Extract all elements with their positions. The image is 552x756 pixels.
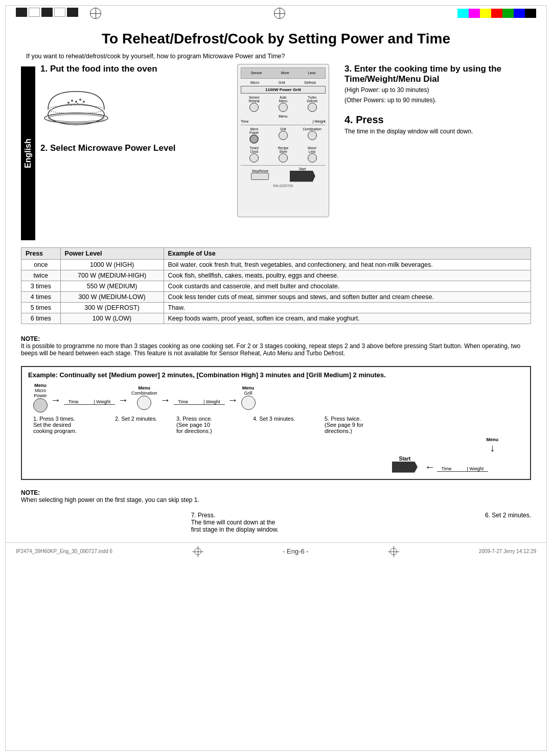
table-cell-example: Cook less tender cuts of meat, simmer so… [164,291,531,302]
language-sidebar: English [21,66,35,240]
panel-circle-recipe[interactable] [279,153,288,163]
flow-start-group: Start [392,456,418,473]
panel-divider1 [241,125,326,125]
panel-main-buttons: MicroPower Grill Combination [241,127,326,144]
panel-divider2 [241,165,326,166]
flow-micro-power-label: MicroPower [34,388,47,398]
footer-left: IP2474_39H60KP_Eng_30_090727.indd 6 [16,548,112,554]
flow-micro-power: Menu MicroPower [33,383,48,413]
flow-weight-label1: | Weight [94,399,110,404]
table-cell-press: 4 times [21,291,61,302]
panel-grill-mode: Grill [279,81,285,84]
flow-grill-label: Grill [244,391,252,396]
flow-time-label3: Time [442,466,452,471]
flow-start-row: Start ← Time | Weight [33,456,519,473]
flow-arrow-3: → [160,394,171,406]
svg-point-6 [75,101,77,103]
table-cell-press: twice [21,270,61,281]
press7-label: 7. Press. [191,512,361,519]
panel-top-buttons: SensorReheat AutoMenu TurboDefrost [241,96,326,112]
table-row: twice700 W (MEDIUM-HIGH)Cook fish, shell… [21,270,531,281]
flow-grill-circle[interactable] [241,396,256,410]
color-registration-bars [457,9,536,18]
step3-note1: (High Power: up to 30 minutes) [344,86,531,94]
panel-circle-sensor[interactable] [249,103,259,112]
step4-note: The time in the display window will coun… [344,128,531,135]
table-header-example: Example of Use [164,247,531,259]
step-desc-5: 5. Press twice.(See page 9 fordirections… [325,416,519,434]
flow-start-btn[interactable] [392,462,418,473]
page-subtitle: If you want to reheat/defrost/cook by yo… [6,53,546,64]
panel-circle-timer[interactable] [249,153,259,163]
panel-circle-more[interactable] [308,153,317,163]
svg-point-11 [82,103,83,105]
step6-group: 6. Set 2 minutes. [361,512,531,533]
flow-menu-label3: Menu [242,385,255,391]
press7-section: 7. Press. The time will count down at th… [6,508,546,537]
flow-timewt-2: Time | Weight [174,399,225,405]
flow-arrow-2: → [118,394,128,406]
flow-micro-circle[interactable] [33,398,48,413]
note1-label: NOTE: [21,335,531,342]
start-btn[interactable] [290,171,315,182]
panel-recipe-store: RecipeStore [270,146,297,163]
step-desc-1: 1. Press 3 times.Set the desiredcooking … [33,416,115,434]
power-table-body: once1000 W (HIGH)Boil water, cook fresh … [21,259,531,324]
panel-circle-turbo[interactable] [308,103,317,112]
reg-box-white [29,8,40,17]
panel-less-label: Less [308,71,316,75]
panel-circle-auto[interactable] [279,103,288,112]
reg-box-black2 [41,8,53,17]
stop-reset-btn[interactable] [251,173,269,180]
flow-combination-circle[interactable] [137,396,151,410]
press7-text: The time will count down at thefirst sta… [191,519,361,533]
table-row: 5 times300 W (DEFROST)Thaw. [21,302,531,313]
registration-marks-top [6,6,546,21]
flow-down-arrow-group: Menu ↓ [487,437,499,454]
color-bar-green [502,9,514,18]
flow-tw-bar3 [437,471,488,472]
table-cell-power: 1000 W (HIGH) [60,259,164,270]
press7-group: 7. Press. The time will count down at th… [191,512,361,533]
footer-crosshair2 [388,546,399,557]
panel-more-less: More/Less [298,146,326,163]
flow-left-arrow: ← [425,461,435,473]
step3-note2: (Other Powers: up to 90 minutes). [344,97,531,104]
panel-time-weight-row: Time | Weight [241,120,326,123]
flow-weight-label3: | Weight [467,466,484,471]
panel-dial-micro[interactable] [249,134,259,144]
reg-left [16,8,101,19]
flow-time-label2: Time [178,399,188,404]
panel-box: Sensor More Less Micro Grill Defrost 110… [237,64,329,217]
panel-display: Sensor More Less [241,67,326,79]
table-cell-example: Cook custards and casserole, and melt bu… [164,281,531,291]
panel-btn-turbo-defrost: TurboDefrost [298,96,326,112]
panel-circle-grill[interactable] [279,131,288,140]
stop-reset-group: Stop/Reset [251,169,269,180]
note1-section: NOTE: It is possible to programme no mor… [6,331,546,361]
flow-menu-label4: Menu [487,437,499,442]
step1-area: 1. Put the food into the oven [40,64,227,156]
color-bar-blue [514,9,525,18]
start-group: Start [290,167,315,182]
panel-weight-bar: | Weight [313,120,326,123]
panel-circle-combination[interactable] [308,131,317,140]
panel-defrost-mode: Defrost [304,81,316,84]
footer-crosshair [192,546,203,557]
content-area: English 1. Put the food into the oven [6,64,546,240]
panel-grill-btn: Grill [270,127,297,144]
step-desc-3-text: 3. Press once.(See page 10for directions… [176,416,212,434]
panel-sensor-label: Sensor [251,71,262,75]
model-id: NN-GD579S [241,184,326,188]
panel-more-label: More [281,71,289,75]
table-cell-press: once [21,259,61,270]
footer-right: 2009-7-27 Jerry 14:12:29 [479,548,536,554]
svg-point-7 [79,99,81,101]
page-footer: IP2474_39H60KP_Eng_30_090727.indd 6 - En… [6,542,546,560]
flow-down-arrow: ↓ [490,442,495,454]
flow-combination: Menu Combination [131,385,157,410]
table-row: 3 times550 W (MEDIUM)Cook custards and c… [21,281,531,291]
table-cell-power: 700 W (MEDIUM-HIGH) [60,270,164,281]
reg-box-white2 [54,8,65,17]
note2-text: When selecting high power on the first s… [21,496,531,503]
